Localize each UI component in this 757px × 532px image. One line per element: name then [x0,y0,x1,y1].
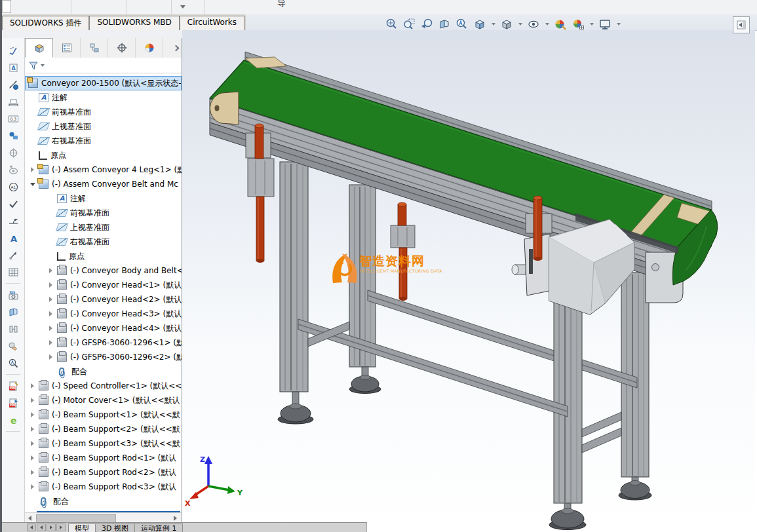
nav-last-button[interactable] [56,523,66,531]
nav-first-button[interactable] [27,523,36,531]
tree-horizontal-scrollbar[interactable] [25,512,182,522]
tree-item[interactable]: 配合 [25,364,182,379]
tab-configurationmanager[interactable] [81,38,108,58]
dropdown-caret-icon[interactable] [544,17,550,31]
edit-appearance-icon[interactable] [553,17,568,31]
expand-icon[interactable] [26,393,39,408]
adjustable-foot[interactable] [619,477,651,500]
expand-icon[interactable] [26,480,39,494]
expand-icon[interactable] [26,465,39,480]
datum-icon[interactable] [5,127,22,144]
dropdown-caret-icon[interactable] [517,17,523,31]
big-note-icon[interactable]: A [5,229,22,246]
pdf-3d-export-icon[interactable]: PDF [5,394,22,411]
filter-dropdown-caret-icon[interactable] [41,64,45,67]
expand-icon[interactable] [26,379,39,393]
dropdown-caret-icon[interactable] [589,17,594,31]
display-style-icon[interactable] [499,17,514,31]
tree-item[interactable]: 配合 [25,494,182,508]
tree-item[interactable]: 上视基准面 [25,220,182,235]
tree-item[interactable]: (-) Conveyor Head<3> (默认 [25,307,182,321]
3d-view-capture-icon[interactable]: 3D [5,286,22,303]
graphics-area[interactable]: 智造资料网 INTELLIGENT MANUFACTURING DATA Z X… [182,30,755,532]
panel-tabs-overflow-icon[interactable] [170,38,182,58]
tree-item[interactable]: (-) Motor Cover<1> (默认<<默认 [25,393,182,408]
scroll-right-icon[interactable] [172,514,179,522]
leg-front-left[interactable] [280,162,308,392]
tab-propertymanager[interactable] [53,38,81,58]
previous-view-icon[interactable] [419,17,434,31]
search-annotation-icon[interactable] [5,354,22,371]
beam-support-rod-1[interactable] [246,124,274,263]
expand-icon[interactable] [26,422,39,436]
expand-icon[interactable] [45,263,57,278]
tree-item[interactable]: (-) Conveyor Body and Belt< [25,263,182,278]
speed-controller[interactable] [512,234,553,295]
tree-filter-bar[interactable] [25,58,182,73]
apply-scene-icon[interactable] [571,17,585,31]
tab-dimxpertmanager[interactable] [108,38,136,58]
tree-item[interactable]: (-) Beam Support Rod<3> (默认 [25,480,182,494]
tree-item[interactable]: (-) Speed Controller<1> (默认<< [25,379,182,393]
view-balloon-icon[interactable]: A1 [5,178,22,195]
tree-item-root[interactable]: Conveyor 200-1500 (默认<显示状态- [25,76,182,90]
tab-motion-study[interactable]: 运动算例 1 [135,523,184,532]
conveyor-3d-model[interactable]: 智造资料网 INTELLIGENT MANUFACTURING DATA Z X… [182,36,755,532]
tree-item[interactable]: 右视基准面 [25,235,182,249]
taskpane-collapse-button[interactable] [733,16,750,33]
expand-icon[interactable] [45,335,57,350]
view-orientation-icon[interactable] [473,17,487,31]
tab-model[interactable]: 模型 [68,523,96,532]
tree-item[interactable]: 原点 [25,249,182,263]
filter-funnel-icon[interactable] [28,60,39,71]
dynamic-annotation-view-icon[interactable] [455,17,469,31]
expand-icon[interactable] [45,292,57,307]
expand-icon[interactable] [26,436,39,451]
view-settings-icon[interactable] [598,17,612,31]
dropdown-caret-icon[interactable] [490,17,496,31]
expand-icon[interactable] [45,321,57,335]
section-view-icon[interactable] [437,17,452,31]
tree-item[interactable]: (-) Conveyor Head<1> (默认 [25,278,182,292]
leader-icon[interactable] [5,246,22,263]
zoom-fit-icon[interactable] [384,17,398,31]
expand-icon[interactable] [45,278,57,292]
tab-displaymanager[interactable] [136,38,163,58]
tree-item[interactable]: 右视基准面 [25,134,182,148]
tree-item[interactable]: 上视基准面 [25,119,182,134]
move-part-icon[interactable] [5,337,22,354]
basic-dimension-icon[interactable] [5,93,22,110]
show-annotations-icon[interactable] [5,161,22,178]
tree-item[interactable]: (-) GFSP6-3060-1296<2> (默 [25,350,182,364]
nav-prev-button[interactable] [37,523,46,531]
smart-dimension-icon[interactable] [5,76,22,93]
tree-item[interactable]: (-) Beam Support Rod<2> (默认 [25,465,182,480]
nav-next-button[interactable] [47,523,56,531]
scroll-left-icon[interactable] [26,514,33,522]
tolerance-icon[interactable]: 0.3 [5,110,22,127]
dynamic-section-icon[interactable] [5,303,22,320]
tab-featuremanager[interactable] [25,38,53,58]
adjustable-foot[interactable] [549,503,586,530]
expand-icon[interactable] [45,350,57,364]
edrawings-icon[interactable]: e [5,411,22,428]
tree-item[interactable]: (-) Beam Support<3> (默认<<默 [25,436,182,451]
tree-item[interactable]: (-) Beam Support Rod<1> (默认 [25,451,182,465]
tree-item[interactable]: (-) Beam Support<1> (默认<<默 [25,408,182,422]
table-icon[interactable] [5,263,22,280]
tree-item[interactable]: 原点 [25,148,182,162]
tree-item[interactable]: A注解 [25,191,182,206]
zoom-area-icon[interactable] [402,17,416,31]
tree-item[interactable]: (-) Assem Conveyor 4 Leg<1> (默 [25,162,182,177]
compare-icon[interactable] [5,320,22,337]
surface-finish-icon[interactable] [5,42,22,59]
pdf-3d-edit-icon[interactable]: PDF [5,377,22,394]
tree-item[interactable]: (-) Conveyor Head<4> (默认 [25,321,182,335]
adjustable-foot[interactable] [278,392,313,424]
hide-show-items-icon[interactable] [526,17,541,31]
tree-item[interactable]: A注解 [25,90,182,105]
tree-item[interactable]: 前视基准面 [25,206,182,220]
beam-support-rod-2[interactable] [391,202,415,301]
note-icon[interactable]: A [5,59,22,76]
adjustable-foot[interactable] [349,367,381,394]
